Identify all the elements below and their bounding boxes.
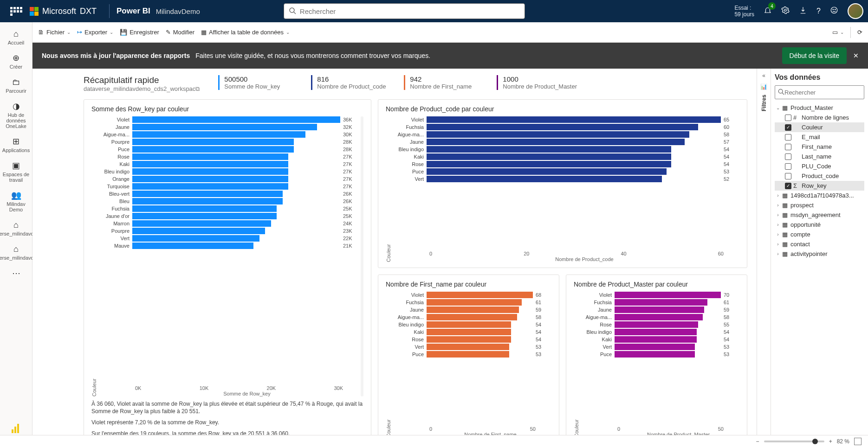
- bar[interactable]: Kaki 54: [393, 153, 739, 160]
- checkbox[interactable]: [785, 153, 791, 160]
- refresh-button[interactable]: ⟳: [857, 29, 862, 36]
- nav-home[interactable]: ⌂Accueil: [8, 29, 24, 45]
- metric-card[interactable]: 942Nombre de First_name: [404, 75, 483, 90]
- bar[interactable]: Turquoise 27K: [99, 183, 359, 190]
- collapse-icon[interactable]: «: [762, 72, 765, 79]
- export-menu[interactable]: ↦Exporter⌄: [77, 29, 113, 36]
- table-node[interactable]: › ▦ compte: [775, 230, 864, 239]
- metric-card[interactable]: 816Nombre de Product_code: [311, 75, 390, 90]
- checkbox[interactable]: [785, 134, 791, 140]
- bar[interactable]: Vert 52: [393, 176, 739, 182]
- bar[interactable]: Puce 28K: [99, 146, 359, 153]
- bar[interactable]: Fuchsia 25K: [99, 205, 359, 212]
- nav-apps[interactable]: ⊞Applications: [2, 136, 30, 153]
- metric-card[interactable]: 1000Nombre de Product_Master: [497, 75, 577, 90]
- bar[interactable]: Fuchsia 61: [393, 299, 551, 306]
- bar[interactable]: Aigue-ma... 58: [393, 314, 551, 320]
- table-node[interactable]: ⌄ ▦ Product_Master: [775, 103, 864, 113]
- field-node[interactable]: # Nombre de lignes: [775, 113, 864, 122]
- bar[interactable]: Rose 27K: [99, 153, 359, 160]
- table-node[interactable]: › ▦ prospect: [775, 200, 864, 210]
- checkbox[interactable]: [785, 144, 791, 150]
- field-node[interactable]: ✓ Σ Row_key: [775, 181, 864, 191]
- chart-rowkey[interactable]: Somme des Row_key par couleur Couleur Vi…: [84, 99, 371, 443]
- show-data-table[interactable]: ▦Afficher la table de données⌄: [201, 29, 290, 36]
- fields-search[interactable]: [775, 85, 864, 99]
- bar[interactable]: Jaune 57: [393, 139, 739, 145]
- filters-rail[interactable]: « 📊 Filtres: [757, 69, 771, 443]
- bar[interactable]: Rose 55: [581, 321, 739, 328]
- user-avatar[interactable]: [848, 3, 863, 19]
- bar[interactable]: Mauve 21K: [99, 243, 359, 249]
- table-node[interactable]: › ▦ contact: [775, 239, 864, 249]
- bar[interactable]: Jaune d'or 25K: [99, 213, 359, 219]
- banner-close-icon[interactable]: ✕: [853, 52, 859, 59]
- chart-firstname[interactable]: Nombre de First_name par couleur Couleur…: [378, 275, 559, 443]
- app-name[interactable]: Power BI: [117, 6, 150, 16]
- nav-browse[interactable]: 🗀Parcourir: [6, 77, 26, 94]
- file-menu[interactable]: 🗎Fichier⌄: [38, 29, 71, 36]
- zoom-out-button[interactable]: −: [756, 438, 759, 445]
- bar[interactable]: Rose 54: [393, 161, 739, 167]
- field-node[interactable]: PLU_Code: [775, 161, 864, 171]
- app-launcher-icon[interactable]: [10, 7, 24, 16]
- bar[interactable]: Kaki 54: [393, 329, 551, 335]
- download-icon[interactable]: [799, 6, 807, 16]
- fit-to-screen-button[interactable]: [854, 438, 862, 445]
- bar[interactable]: Puce 53: [393, 351, 551, 358]
- table-node[interactable]: › ▦ 1498cd1a7f104978a3...: [775, 191, 864, 200]
- nav-ws-milindav[interactable]: 👥Milindav Demo: [0, 190, 32, 212]
- bar[interactable]: Aigue-ma... 30K: [99, 131, 359, 138]
- bar[interactable]: Violet 65: [393, 116, 739, 123]
- field-node[interactable]: Product_code: [775, 171, 864, 181]
- bar[interactable]: Aigue-ma... 58: [393, 131, 739, 138]
- field-node[interactable]: First_name: [775, 142, 864, 152]
- view-mode-toggle[interactable]: ▭⌄: [832, 29, 844, 36]
- zoom-slider[interactable]: [764, 441, 824, 442]
- checkbox[interactable]: [785, 115, 791, 121]
- bar[interactable]: Puce 53: [581, 351, 739, 358]
- nav-onelake[interactable]: ◑Hub de données OneLake: [0, 101, 32, 129]
- workspace-breadcrumb[interactable]: MilindavDemo: [156, 7, 200, 15]
- checkbox[interactable]: [785, 173, 791, 179]
- bar[interactable]: Rose 54: [393, 336, 551, 343]
- bar[interactable]: Violet 68: [393, 292, 551, 298]
- bar[interactable]: Orange 27K: [99, 176, 359, 182]
- trial-status[interactable]: Essai : 59 jours: [734, 5, 754, 18]
- table-node[interactable]: › ▦ opportunité: [775, 220, 864, 230]
- metric-card[interactable]: 500500Somme de Row_key: [218, 75, 297, 90]
- bar[interactable]: Pourpre 28K: [99, 139, 359, 145]
- scrollbar[interactable]: [361, 116, 363, 396]
- checkbox[interactable]: [785, 163, 791, 170]
- start-tour-button[interactable]: Début de la visite: [782, 47, 847, 64]
- bar[interactable]: Bleu-vert 26K: [99, 191, 359, 197]
- bar[interactable]: Fuchsia 61: [581, 299, 739, 306]
- bar[interactable]: Bleu indigo 54: [581, 329, 739, 335]
- nav-workspaces[interactable]: ▣Espaces de travail: [0, 160, 32, 183]
- bar[interactable]: Vert 53: [393, 344, 551, 350]
- external-link-icon[interactable]: ⧉: [195, 85, 200, 92]
- edit-button[interactable]: ✎Modifier: [166, 29, 194, 36]
- bar[interactable]: Violet 70: [581, 292, 739, 298]
- bar[interactable]: Jaune 59: [393, 307, 551, 313]
- bar[interactable]: Kaki 27K: [99, 161, 359, 167]
- bar[interactable]: Bleu indigo 54: [393, 146, 739, 153]
- bar[interactable]: Jaune 59: [581, 307, 739, 313]
- field-node[interactable]: E_mail: [775, 132, 864, 142]
- field-node[interactable]: Last_name: [775, 152, 864, 161]
- chart-productcode[interactable]: Nombre de Product_code par couleur Coule…: [378, 99, 747, 268]
- feedback-icon[interactable]: [830, 6, 838, 16]
- notifications-icon[interactable]: 4: [764, 6, 772, 16]
- table-node[interactable]: › ▦ activitypointer: [775, 249, 864, 259]
- bar[interactable]: Jaune 32K: [99, 124, 359, 130]
- bar[interactable]: Bleu indigo 54: [393, 321, 551, 328]
- bar[interactable]: Bleu indigo 27K: [99, 168, 359, 175]
- bar[interactable]: Violet 36K: [99, 116, 359, 123]
- checkbox[interactable]: ✓: [785, 124, 791, 131]
- chart-mini-icon[interactable]: 📊: [760, 83, 767, 90]
- help-icon[interactable]: ?: [816, 7, 821, 15]
- bar[interactable]: Fuchsia 60: [393, 124, 739, 130]
- bar[interactable]: Marron 24K: [99, 220, 359, 227]
- zoom-in-button[interactable]: +: [829, 438, 832, 445]
- global-search[interactable]: [284, 3, 525, 19]
